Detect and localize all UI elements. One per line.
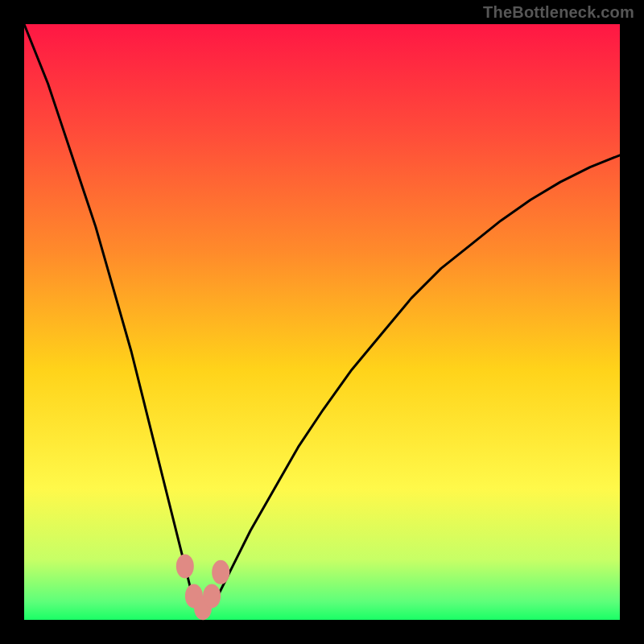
optimal-marker — [212, 560, 229, 584]
chart-container: TheBottleneck.com — [0, 0, 644, 644]
optimal-marker — [176, 554, 194, 578]
bottleneck-chart — [0, 0, 644, 644]
plot-background — [24, 24, 620, 620]
site-watermark: TheBottleneck.com — [483, 3, 634, 22]
optimal-marker — [203, 584, 221, 608]
